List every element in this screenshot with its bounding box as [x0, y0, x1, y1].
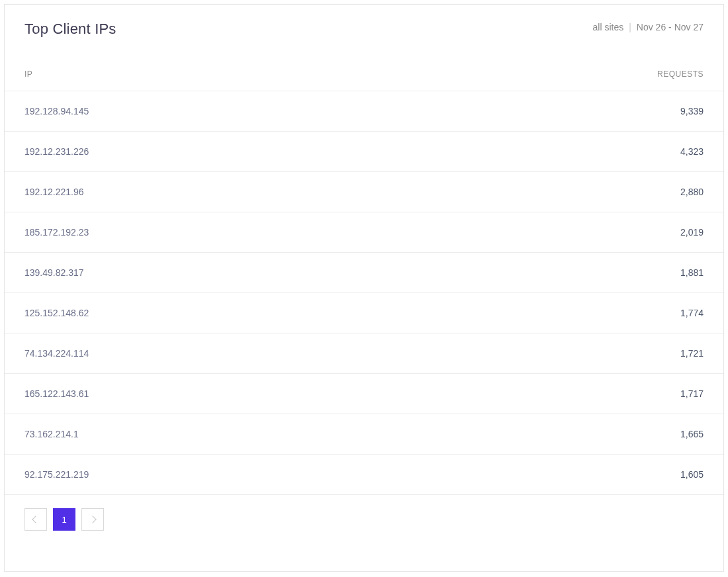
- chevron-right-icon: [89, 515, 96, 523]
- requests-cell: 9,339: [680, 106, 704, 116]
- sites-filter-label[interactable]: all sites: [593, 22, 624, 32]
- table-row: 139.49.82.317 1,881: [5, 253, 723, 293]
- table-row: 73.162.214.1 1,665: [5, 414, 723, 455]
- requests-cell: 1,717: [680, 388, 704, 399]
- next-page-button[interactable]: [81, 508, 104, 531]
- requests-cell: 1,881: [680, 267, 704, 278]
- ip-cell: 139.49.82.317: [24, 267, 84, 278]
- ip-cell: 185.172.192.23: [24, 227, 89, 238]
- pagination: 1: [5, 495, 723, 544]
- table-row: 192.128.94.145 9,339: [5, 91, 723, 132]
- page-1-button[interactable]: 1: [53, 508, 75, 531]
- table-row: 192.12.231.226 4,323: [5, 132, 723, 172]
- date-range-label[interactable]: Nov 26 - Nov 27: [637, 22, 704, 32]
- ip-cell: 192.12.231.226: [24, 146, 89, 157]
- header-meta: all sites | Nov 26 - Nov 27: [593, 21, 704, 32]
- table-row: 192.12.221.96 2,880: [5, 172, 723, 212]
- requests-cell: 1,605: [680, 469, 704, 480]
- ip-cell: 192.12.221.96: [24, 187, 84, 197]
- chevron-left-icon: [32, 515, 39, 523]
- table-row: 92.175.221.219 1,605: [5, 455, 723, 495]
- requests-cell: 2,019: [680, 227, 704, 238]
- col-header-ip: IP: [24, 69, 32, 79]
- requests-cell: 2,880: [680, 187, 704, 197]
- panel-header: Top Client IPs all sites | Nov 26 - Nov …: [5, 5, 723, 58]
- table-row: 125.152.148.62 1,774: [5, 293, 723, 333]
- requests-cell: 1,774: [680, 308, 704, 318]
- table-row: 74.134.224.114 1,721: [5, 333, 723, 374]
- table-header: IP REQUESTS: [5, 58, 723, 91]
- panel-title: Top Client IPs: [24, 21, 116, 38]
- table-row: 185.172.192.23 2,019: [5, 212, 723, 253]
- ip-cell: 192.128.94.145: [24, 106, 89, 116]
- requests-cell: 1,721: [680, 348, 704, 359]
- ip-cell: 74.134.224.114: [24, 348, 89, 359]
- ip-cell: 125.152.148.62: [24, 308, 89, 318]
- ip-cell: 92.175.221.219: [24, 469, 89, 480]
- meta-separator: |: [629, 22, 631, 32]
- col-header-requests: REQUESTS: [657, 69, 704, 79]
- requests-cell: 4,323: [680, 146, 704, 157]
- table-row: 165.122.143.61 1,717: [5, 374, 723, 414]
- prev-page-button[interactable]: [24, 508, 47, 531]
- top-client-ips-panel: Top Client IPs all sites | Nov 26 - Nov …: [4, 4, 724, 572]
- requests-cell: 1,665: [680, 429, 704, 439]
- ip-cell: 165.122.143.61: [24, 388, 89, 399]
- ip-cell: 73.162.214.1: [24, 429, 79, 439]
